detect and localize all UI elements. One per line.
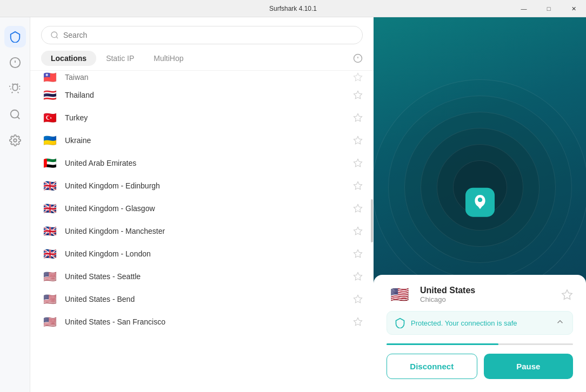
svg-marker-18 — [354, 227, 362, 235]
svg-marker-13 — [354, 114, 362, 121]
title-bar: Surfshark 4.10.1 — □ ✕ — [0, 0, 586, 17]
chevron-up-icon[interactable] — [555, 317, 565, 329]
protected-text: Protected. Your connection is safe — [411, 319, 550, 327]
svg-marker-15 — [354, 159, 362, 167]
star-icon[interactable] — [353, 181, 363, 191]
flag-uk-glasgow: 🇬🇧 — [41, 202, 58, 214]
shield-protected-icon — [395, 317, 405, 328]
svg-marker-21 — [354, 295, 362, 303]
svg-marker-16 — [354, 182, 362, 190]
svg-marker-12 — [354, 91, 362, 99]
search-input-wrap[interactable] — [41, 26, 363, 44]
sidebar-item-settings[interactable] — [4, 130, 26, 151]
flag-uk-london: 🇬🇧 — [41, 248, 58, 260]
connected-country: United States — [420, 286, 554, 295]
svg-marker-17 — [354, 205, 362, 212]
location-list[interactable]: 🇹🇼 Taiwan 🇹🇭 Thailand 🇹🇷 Turkey 🇺🇦 Ukrai… — [30, 71, 374, 392]
location-name: United Kingdom - Manchester — [65, 227, 347, 235]
list-item[interactable]: 🇺🇸 United States - San Francisco — [37, 310, 367, 333]
search-bar — [30, 17, 374, 51]
pause-button[interactable]: Pause — [484, 354, 574, 379]
info-icon[interactable] — [353, 53, 363, 63]
svg-line-4 — [17, 117, 19, 119]
star-icon[interactable] — [353, 317, 363, 327]
sidebar — [0, 17, 30, 392]
tab-locations[interactable]: Locations — [41, 51, 96, 66]
connected-city: Chicago — [420, 295, 554, 303]
svg-point-6 — [51, 32, 57, 38]
flag-ukraine: 🇺🇦 — [41, 134, 58, 146]
star-icon[interactable] — [353, 204, 363, 213]
left-panel: Locations Static IP MultiHop 🇹🇼 Taiwan — [30, 17, 374, 392]
svg-point-5 — [14, 139, 17, 142]
app-container: Locations Static IP MultiHop 🇹🇼 Taiwan — [0, 17, 586, 392]
connected-star-icon[interactable] — [561, 289, 573, 301]
list-item[interactable]: 🇺🇦 Ukraine — [37, 129, 367, 152]
star-icon[interactable] — [353, 136, 363, 145]
list-item[interactable]: 🇹🇷 Turkey — [37, 106, 367, 129]
tab-static-ip[interactable]: Static IP — [96, 51, 144, 66]
location-name: Taiwan — [65, 73, 347, 82]
location-name: United Kingdom - Edinburgh — [65, 181, 347, 190]
connected-flag: 🇺🇸 — [387, 286, 412, 303]
list-item[interactable]: 🇬🇧 United Kingdom - London — [37, 242, 367, 265]
progress-bar — [387, 343, 573, 345]
maximize-button[interactable]: □ — [536, 0, 561, 17]
list-item[interactable]: 🇬🇧 United Kingdom - Glasgow — [37, 197, 367, 220]
search-icon — [50, 31, 59, 39]
star-icon[interactable] — [353, 90, 363, 100]
window-controls: — □ ✕ — [511, 0, 586, 17]
location-name: United Arab Emirates — [65, 159, 347, 167]
location-name: Thailand — [65, 91, 347, 99]
scrollbar-thumb[interactable] — [371, 199, 373, 242]
star-icon[interactable] — [353, 249, 363, 259]
sidebar-item-search[interactable] — [4, 104, 26, 125]
action-buttons: Disconnect Pause — [387, 354, 573, 379]
sidebar-item-alert[interactable] — [4, 52, 26, 73]
list-item[interactable]: 🇹🇼 Taiwan — [37, 71, 367, 84]
sidebar-item-bug[interactable] — [4, 78, 26, 99]
star-icon[interactable] — [353, 272, 363, 281]
location-name: United Kingdom - London — [65, 249, 347, 258]
protected-status: Protected. Your connection is safe — [387, 311, 573, 335]
svg-marker-20 — [354, 273, 362, 280]
svg-marker-22 — [354, 318, 362, 326]
sidebar-item-shield[interactable] — [4, 26, 26, 48]
location-name: United Kingdom - Glasgow — [65, 204, 347, 213]
flag-us-sf: 🇺🇸 — [41, 316, 58, 328]
star-icon[interactable] — [353, 158, 363, 168]
location-name: United States - San Francisco — [65, 317, 347, 326]
location-name: United States - Bend — [65, 295, 347, 303]
connected-info: United States Chicago — [420, 286, 554, 303]
flag-us-bend: 🇺🇸 — [41, 293, 58, 305]
list-item[interactable]: 🇺🇸 United States - Seattle — [37, 265, 367, 288]
list-item[interactable]: 🇹🇭 Thailand — [37, 84, 367, 106]
star-icon[interactable] — [353, 294, 363, 304]
list-item[interactable]: 🇬🇧 United Kingdom - Edinburgh — [37, 174, 367, 197]
logo-svg — [472, 194, 488, 211]
disconnect-button[interactable]: Disconnect — [387, 354, 477, 379]
right-panel: 🇺🇸 United States Chicago Protected. Your… — [374, 17, 586, 392]
svg-line-7 — [56, 37, 58, 38]
search-input[interactable] — [63, 31, 354, 39]
svg-marker-11 — [354, 73, 362, 81]
flag-turkey: 🇹🇷 — [41, 112, 58, 124]
svg-point-3 — [10, 110, 18, 118]
minimize-button[interactable]: — — [511, 0, 536, 17]
location-name: United States - Seattle — [65, 272, 347, 281]
list-item[interactable]: 🇬🇧 United Kingdom - Manchester — [37, 220, 367, 242]
tab-multihop[interactable]: MultiHop — [144, 51, 193, 66]
close-button[interactable]: ✕ — [561, 0, 586, 17]
svg-marker-14 — [354, 137, 362, 144]
surfshark-logo — [465, 188, 495, 217]
flag-thailand: 🇹🇭 — [41, 89, 58, 101]
flag-uk-edinburgh: 🇬🇧 — [41, 180, 58, 192]
star-icon[interactable] — [353, 113, 363, 123]
bottom-info-panel: 🇺🇸 United States Chicago Protected. Your… — [374, 275, 586, 392]
list-item[interactable]: 🇺🇸 United States - Bend — [37, 288, 367, 310]
list-item[interactable]: 🇦🇪 United Arab Emirates — [37, 152, 367, 174]
app-title: Surfshark 4.10.1 — [269, 5, 317, 12]
location-name: Ukraine — [65, 136, 347, 145]
star-icon[interactable] — [353, 226, 363, 236]
star-icon[interactable] — [353, 72, 363, 82]
